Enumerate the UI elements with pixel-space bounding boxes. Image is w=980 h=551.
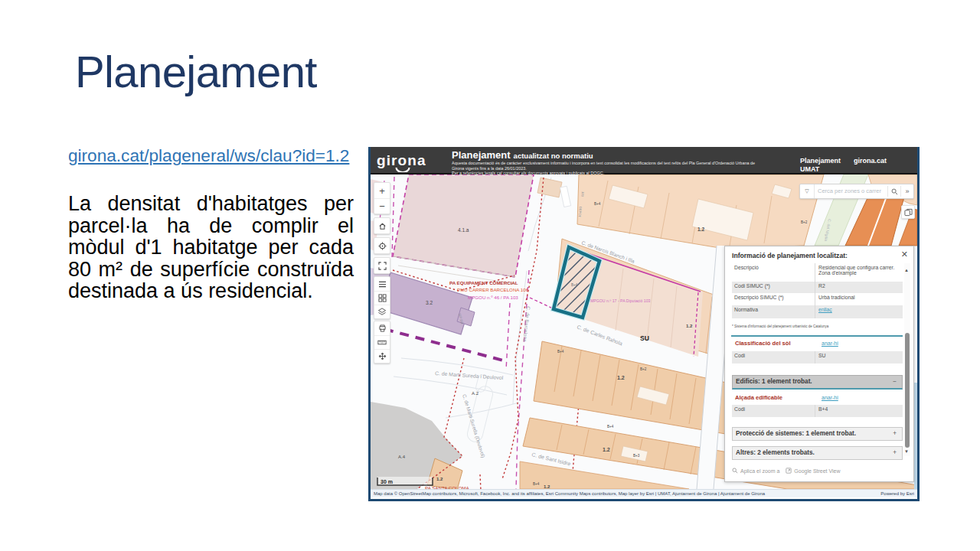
svg-text:B+4: B+4: [607, 425, 614, 429]
svg-text:B+2: B+2: [801, 220, 808, 224]
svg-text:B+3: B+3: [633, 454, 640, 458]
svg-text:1.2: 1.2: [697, 227, 704, 232]
svg-text:3.2: 3.2: [426, 300, 433, 305]
svg-text:MPGOU n.º 46 / PA 103: MPGOU n.º 46 / PA 103: [468, 295, 518, 300]
svg-text:30 m: 30 m: [381, 479, 393, 484]
svg-text:SU: SU: [640, 334, 649, 342]
svg-text:B+2: B+2: [640, 367, 647, 371]
svg-text:PMU CARRER BARCELONA 106: PMU CARRER BARCELONA 106: [457, 287, 529, 292]
svg-text:PA EQUIPAMENT COMERCIAL: PA EQUIPAMENT COMERCIAL: [449, 280, 518, 285]
svg-text:A.4: A.4: [398, 455, 406, 459]
svg-text:B+4: B+4: [571, 283, 578, 287]
svg-text:MPGOU n.º 17 - PA Diputació 10: MPGOU n.º 17 - PA Diputació 103: [590, 298, 651, 303]
svg-text:B+4: B+4: [594, 202, 601, 206]
svg-text:B+4: B+4: [533, 482, 540, 486]
svg-text:1.2: 1.2: [686, 324, 693, 328]
svg-text:A.2: A.2: [472, 391, 479, 396]
svg-text:1.2: 1.2: [617, 375, 625, 380]
svg-text:B+4: B+4: [557, 350, 564, 354]
svg-text:1.2: 1.2: [436, 477, 443, 481]
svg-text:4.1.a: 4.1.a: [458, 227, 469, 233]
svg-text:1.2: 1.2: [603, 447, 610, 452]
